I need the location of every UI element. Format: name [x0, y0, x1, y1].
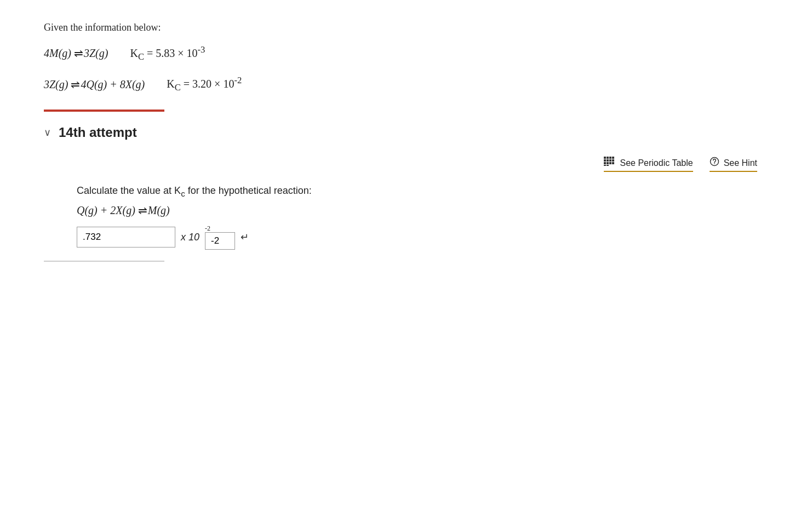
instruction-text: Calculate the value at K: [77, 185, 181, 196]
reaction-2-right: 4Q(g) + 8X(g): [81, 78, 145, 90]
target-arrow: ⇌: [138, 204, 148, 216]
svg-rect-8: [604, 162, 606, 164]
exponent-sup-display: -2: [205, 225, 210, 232]
page-container: Given the information below: 4M(g) ⇌ 3Z(…: [0, 0, 812, 295]
reaction-1-row: 4M(g) ⇌ 3Z(g) KC = 5.83 × 10-3: [44, 44, 768, 62]
svg-rect-4: [604, 159, 606, 162]
svg-rect-6: [609, 159, 611, 162]
reaction-2-equation: 3Z(g) ⇌ 4Q(g) + 8X(g): [44, 78, 145, 91]
equilibrium-arrow-1: ⇌: [74, 47, 84, 59]
given-section: Given the information below: 4M(g) ⇌ 3Z(…: [44, 22, 768, 93]
answer-input[interactable]: [77, 227, 175, 248]
exponent-input[interactable]: [205, 232, 235, 250]
periodic-table-icon: [604, 157, 616, 169]
svg-rect-5: [607, 159, 609, 162]
svg-rect-10: [609, 162, 611, 164]
answer-row: x 10 -2 ↵: [77, 225, 768, 250]
reaction-1-left: 4M(g): [44, 47, 71, 59]
reaction-2-row: 3Z(g) ⇌ 4Q(g) + 8X(g) KC = 3.20 × 10-2: [44, 76, 768, 94]
kc1-exp: -3: [198, 44, 205, 55]
svg-rect-3: [612, 157, 614, 159]
reaction-1-right: 3Z(g): [84, 47, 108, 59]
svg-rect-7: [612, 159, 614, 162]
svg-rect-13: [607, 165, 609, 166]
calculate-text: Calculate the value at Kc for the hypoth…: [77, 185, 768, 198]
bottom-divider: [44, 261, 164, 262]
attempt-section: ∨ 14th attempt: [44, 125, 768, 262]
orange-divider: [44, 110, 164, 112]
svg-rect-1: [607, 157, 609, 159]
equilibrium-arrow-2: ⇌: [71, 78, 81, 90]
kc-subscript: c: [181, 189, 185, 198]
target-left: Q(g) + 2X(g): [77, 204, 135, 216]
tools-row: See Periodic Table See Hint: [44, 157, 768, 172]
chevron-icon[interactable]: ∨: [44, 126, 51, 139]
submit-arrow-icon[interactable]: ↵: [241, 231, 249, 243]
svg-rect-11: [612, 162, 614, 164]
hint-label: See Hint: [724, 158, 757, 168]
instruction-suffix: for the hypothetical reaction:: [185, 185, 312, 196]
reaction-1-equation: 4M(g) ⇌ 3Z(g): [44, 47, 108, 60]
svg-point-15: [714, 163, 715, 164]
kc2-sub: C: [175, 82, 181, 93]
times-ten-label: x 10: [181, 232, 199, 243]
kc1-label: KC: [130, 47, 144, 59]
kc2-value: = 3.20 × 10-2: [184, 78, 242, 90]
svg-rect-12: [604, 165, 606, 166]
target-right: M(g): [148, 204, 170, 216]
given-title: Given the information below:: [44, 22, 768, 33]
periodic-table-label: See Periodic Table: [620, 158, 693, 168]
kc1-sub: C: [138, 51, 144, 62]
calculate-section: Calculate the value at Kc for the hypoth…: [77, 185, 768, 250]
kc2-exp: -2: [234, 76, 242, 86]
svg-rect-9: [607, 162, 609, 164]
svg-rect-2: [609, 157, 611, 159]
target-reaction: Q(g) + 2X(g) ⇌ M(g): [77, 204, 768, 217]
hint-link[interactable]: See Hint: [710, 157, 757, 172]
hint-icon: [710, 157, 719, 169]
periodic-table-link[interactable]: See Periodic Table: [604, 157, 693, 172]
kc2-label: KC: [167, 78, 181, 90]
attempt-title: 14th attempt: [59, 125, 137, 140]
reaction-1-kc: KC = 5.83 × 10-3: [130, 44, 205, 62]
reaction-2-left: 3Z(g): [44, 78, 68, 90]
attempt-header: ∨ 14th attempt: [44, 125, 768, 140]
svg-rect-0: [604, 157, 606, 159]
reaction-2-kc: KC = 3.20 × 10-2: [167, 76, 242, 94]
kc1-value: = 5.83 × 10-3: [147, 47, 205, 59]
